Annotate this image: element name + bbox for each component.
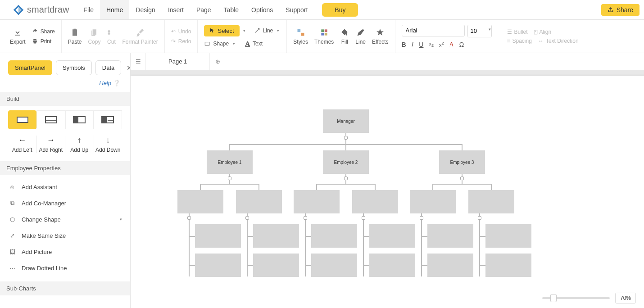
node-blank[interactable] — [427, 254, 473, 277]
spacing-button[interactable]: ≡Spacing — [507, 38, 532, 44]
styles-button[interactable]: Styles — [293, 28, 308, 45]
italic-button[interactable]: I — [412, 41, 414, 48]
menu-table[interactable]: Table — [218, 0, 245, 19]
underline-button[interactable]: U — [419, 41, 423, 48]
align-button[interactable]: ⍞Align — [534, 29, 552, 35]
export-button[interactable]: Export — [10, 28, 26, 45]
node-employee-3[interactable]: Employee 3 — [439, 150, 485, 174]
canvas[interactable]: Manager Employee 1 Employee 2 Employee 3 — [131, 76, 644, 308]
font-size-dropdown[interactable]: ▾ — [487, 25, 491, 37]
change-shape-button[interactable]: ⬡Change Shape▾ — [0, 211, 130, 227]
zoom-slider[interactable] — [542, 297, 610, 299]
add-assistant-button[interactable]: ⎋Add Assistant — [0, 179, 130, 195]
copy-button[interactable]: Copy — [88, 28, 100, 45]
canvas-scroll[interactable]: Manager Employee 1 Employee 2 Employee 3 — [131, 70, 644, 308]
node-blank[interactable] — [236, 190, 282, 213]
node-blank[interactable] — [253, 254, 299, 277]
bullet-button[interactable]: ☰Bullet — [507, 29, 528, 35]
select-dropdown[interactable]: ▾ — [242, 28, 247, 33]
node-blank[interactable] — [195, 224, 241, 248]
node-blank[interactable] — [311, 224, 357, 248]
paste-button[interactable]: Paste — [68, 28, 82, 45]
draw-dotted-line-button[interactable]: ⋯Draw Dotted Line — [0, 260, 130, 276]
connector-knob[interactable] — [245, 216, 249, 220]
connector-knob[interactable] — [420, 216, 423, 220]
themes-button[interactable]: Themes — [314, 28, 334, 45]
tab-smartpanel[interactable]: SmartPanel — [8, 60, 52, 75]
node-blank[interactable] — [352, 190, 398, 213]
menu-options[interactable]: Options — [245, 0, 279, 19]
add-right-button[interactable]: →Add Right — [37, 136, 66, 153]
node-blank[interactable] — [294, 190, 340, 213]
menu-home[interactable]: Home — [100, 0, 129, 19]
page-list-button[interactable]: ☰ — [131, 53, 146, 70]
node-employee-1[interactable]: Employee 1 — [207, 150, 253, 174]
add-comanager-button[interactable]: ⧉Add Co-Manager — [0, 195, 130, 211]
share-button-ribbon[interactable]: Share — [32, 28, 55, 35]
format-painter-button[interactable]: Format Painter — [122, 28, 158, 45]
shape-option-split[interactable] — [36, 110, 65, 129]
zoom-level[interactable]: 70% — [615, 293, 636, 303]
node-blank[interactable] — [410, 190, 456, 213]
add-picture-button[interactable]: 🖼Add Picture — [0, 244, 130, 260]
fill-button[interactable]: Fill — [340, 28, 349, 45]
menu-design[interactable]: Design — [129, 0, 162, 19]
undo-button[interactable]: ↶Undo — [171, 28, 191, 35]
page-tab-1[interactable]: Page 1 — [146, 53, 210, 70]
shape-option-photo-left[interactable] — [65, 110, 94, 129]
node-employee-2[interactable]: Employee 2 — [323, 150, 369, 174]
make-same-size-button[interactable]: ⤢Make Same Size — [0, 227, 130, 244]
node-blank[interactable] — [485, 224, 531, 248]
connector-knob[interactable] — [478, 216, 481, 220]
connector-knob[interactable] — [344, 136, 348, 140]
connector-knob[interactable] — [187, 216, 191, 220]
node-blank[interactable] — [427, 224, 473, 248]
node-blank[interactable] — [468, 190, 514, 213]
select-tool-button[interactable]: Select — [204, 25, 239, 36]
line-tool-button[interactable]: Line▾ — [254, 27, 281, 34]
node-blank[interactable] — [253, 224, 299, 248]
font-color-button[interactable]: A — [449, 41, 454, 48]
menu-file[interactable]: File — [77, 0, 100, 19]
menu-insert[interactable]: Insert — [162, 0, 190, 19]
add-left-button[interactable]: ←Add Left — [8, 136, 37, 153]
connector-knob[interactable] — [362, 216, 365, 220]
shape-option-photo-split[interactable] — [94, 110, 122, 129]
connector-knob[interactable] — [344, 177, 348, 180]
tab-symbols[interactable]: Symbols — [56, 60, 92, 75]
connector-knob[interactable] — [228, 177, 231, 180]
connector-knob[interactable] — [304, 216, 307, 220]
help-link[interactable]: Help❔ — [0, 80, 130, 89]
text-direction-button[interactable]: ↔Text Direction — [538, 38, 579, 44]
node-blank[interactable] — [177, 190, 223, 213]
connector-knob[interactable] — [460, 177, 464, 180]
shape-option-plain[interactable] — [8, 110, 36, 129]
print-button[interactable]: Print — [32, 38, 55, 45]
share-button-top[interactable]: Share — [601, 4, 639, 16]
symbol-button[interactable]: Ω — [459, 41, 464, 48]
node-blank[interactable] — [369, 224, 415, 248]
node-blank[interactable] — [311, 254, 357, 277]
line-style-button[interactable]: Line — [355, 28, 366, 45]
line-dropdown[interactable]: ▾ — [276, 28, 280, 33]
subscript-button[interactable]: x2 — [429, 41, 434, 48]
font-size-input[interactable] — [468, 25, 487, 37]
tab-data[interactable]: Data — [95, 60, 121, 75]
zoom-thumb[interactable] — [550, 294, 557, 302]
cut-button[interactable]: Cut — [107, 28, 116, 45]
node-blank[interactable] — [485, 254, 531, 277]
shape-dropdown[interactable]: ▾ — [231, 41, 236, 46]
add-up-button[interactable]: ↑Add Up — [65, 136, 94, 153]
shape-tool-button[interactable]: Shape▾ — [204, 41, 236, 47]
effects-button[interactable]: Effects — [372, 28, 388, 45]
bold-button[interactable]: B — [402, 41, 406, 48]
text-tool-button[interactable]: AText — [245, 40, 263, 48]
redo-button[interactable]: ↷Redo — [171, 38, 191, 45]
node-blank[interactable] — [369, 254, 415, 277]
add-down-button[interactable]: ↓Add Down — [94, 136, 122, 153]
add-page-button[interactable]: ⊕ — [210, 58, 225, 65]
node-manager[interactable]: Manager — [323, 109, 369, 133]
menu-support[interactable]: Support — [279, 0, 314, 19]
menu-page[interactable]: Page — [190, 0, 218, 19]
buy-button[interactable]: Buy — [322, 3, 358, 17]
